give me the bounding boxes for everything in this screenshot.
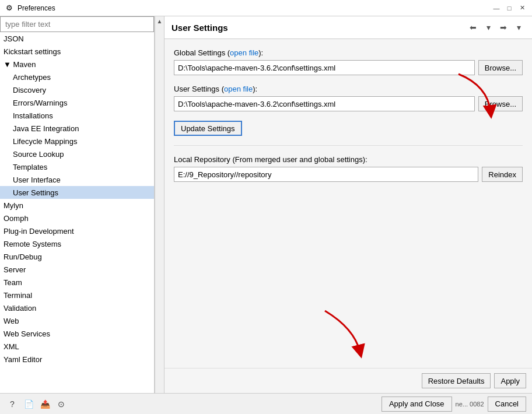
tree-item-maven[interactable]: ▼ Maven bbox=[0, 58, 154, 71]
tree-item-discovery[interactable]: Discovery bbox=[0, 83, 154, 96]
tree-item-mylyn[interactable]: Mylyn bbox=[0, 199, 154, 212]
panel-header: User Settings ⬅ ▾ ➡ ▾ bbox=[164, 16, 532, 39]
tree-item-templates[interactable]: Templates bbox=[0, 160, 154, 173]
scrollbar: ▲ bbox=[155, 16, 164, 393]
restore-defaults-button[interactable]: Restore Defaults bbox=[422, 373, 491, 388]
tree-area: JSON Kickstart settings▼ MavenArchetypes… bbox=[0, 32, 154, 393]
cancel-button[interactable]: Cancel bbox=[488, 397, 526, 412]
local-repo-group: Local Repository (From merged user and g… bbox=[174, 155, 523, 182]
tree-item-run-debug[interactable]: Run/Debug bbox=[0, 250, 154, 263]
update-settings-button[interactable]: Update Settings bbox=[174, 121, 242, 136]
panel-content: Global Settings (open file): Browse... U… bbox=[164, 39, 532, 201]
help-icon-button[interactable]: ? bbox=[6, 398, 19, 411]
close-button[interactable]: ✕ bbox=[517, 3, 527, 13]
update-settings-wrapper: Update Settings bbox=[174, 121, 523, 136]
tree-item-remote-systems[interactable]: Remote Systems bbox=[0, 237, 154, 250]
forward-button[interactable]: ➡ bbox=[497, 21, 510, 34]
title-bar: ⚙ Preferences — □ ✕ bbox=[0, 0, 532, 16]
user-settings-group: User Settings (open file): Browse... bbox=[174, 85, 523, 111]
forward-dropdown-button[interactable]: ▾ bbox=[512, 21, 525, 34]
user-settings-input[interactable] bbox=[174, 96, 475, 111]
tree-item-terminal[interactable]: Terminal bbox=[0, 289, 154, 301]
window-controls: — □ ✕ bbox=[491, 3, 527, 13]
tree-item-validation[interactable]: Validation bbox=[0, 301, 154, 314]
user-settings-prefix: User Settings ( bbox=[174, 85, 224, 93]
local-repo-input[interactable] bbox=[174, 167, 478, 182]
tree-item-user-interface[interactable]: User Interface bbox=[0, 173, 154, 186]
tree-item-oomph[interactable]: Oomph bbox=[0, 212, 154, 224]
window-title: Preferences bbox=[18, 4, 491, 12]
tree-item-team[interactable]: Team bbox=[0, 276, 154, 289]
tree-item-errors-warnings[interactable]: Errors/Warnings bbox=[0, 96, 154, 109]
separator bbox=[174, 145, 523, 146]
tree-item-source-lookup[interactable]: Source Lookup bbox=[0, 148, 154, 160]
global-settings-row: Browse... bbox=[174, 60, 523, 75]
annotation-arrow-2 bbox=[313, 305, 372, 363]
tree-item-plug-in-development[interactable]: Plug-in Development bbox=[0, 224, 154, 237]
panel-title: User Settings bbox=[172, 23, 228, 33]
tree-item-xml[interactable]: XML bbox=[0, 340, 154, 353]
preferences-icon: ⚙ bbox=[5, 3, 14, 13]
apply-button[interactable]: Apply bbox=[494, 373, 526, 388]
global-settings-prefix: Global Settings ( bbox=[174, 48, 230, 57]
tree-item-json[interactable]: JSON bbox=[0, 32, 154, 45]
panel-action-row: Restore Defaults Apply bbox=[164, 368, 532, 393]
left-panel-wrapper: JSON Kickstart settings▼ MavenArchetypes… bbox=[0, 16, 164, 393]
tree-item-lifecycle-mappings[interactable]: Lifecycle Mappings bbox=[0, 135, 154, 148]
maximize-button[interactable]: □ bbox=[504, 3, 514, 13]
tree-item-server[interactable]: Server bbox=[0, 263, 154, 276]
filter-input[interactable] bbox=[0, 16, 154, 32]
tree-item-installations[interactable]: Installations bbox=[0, 109, 154, 122]
reindex-button[interactable]: Reindex bbox=[482, 167, 523, 182]
local-repo-label: Local Repository (From merged user and g… bbox=[174, 155, 523, 164]
user-settings-link[interactable]: open file bbox=[224, 85, 253, 93]
apply-and-close-button[interactable]: Apply and Close bbox=[382, 397, 452, 412]
user-settings-row: Browse... bbox=[174, 96, 523, 111]
panel-toolbar: ⬅ ▾ ➡ ▾ bbox=[467, 21, 525, 34]
scroll-up-button[interactable]: ▲ bbox=[155, 16, 164, 26]
tree-item-user-settings[interactable]: User Settings bbox=[0, 186, 154, 199]
status-text: ne... 0082 bbox=[456, 401, 484, 408]
bottom-right-actions: Apply and Close ne... 0082 Cancel bbox=[382, 397, 526, 412]
doc-icon-button[interactable]: 📄 bbox=[22, 398, 35, 411]
bottom-left-actions: ? 📄 📤 ⊙ bbox=[6, 398, 68, 411]
back-dropdown-button[interactable]: ▾ bbox=[482, 21, 495, 34]
back-button[interactable]: ⬅ bbox=[467, 21, 480, 34]
tree-item-web[interactable]: Web bbox=[0, 314, 154, 327]
tree-item-java-ee-integration[interactable]: Java EE Integration bbox=[0, 122, 154, 135]
global-settings-link[interactable]: open file bbox=[230, 48, 258, 57]
tree-item-web-services[interactable]: Web Services bbox=[0, 327, 154, 340]
minimize-button[interactable]: — bbox=[491, 3, 502, 13]
tree-item-yaml-editor[interactable]: Yaml Editor bbox=[0, 353, 154, 366]
left-panel: JSON Kickstart settings▼ MavenArchetypes… bbox=[0, 16, 155, 393]
user-settings-label: User Settings (open file): bbox=[174, 85, 523, 93]
tree-item-archetypes[interactable]: Archetypes bbox=[0, 71, 154, 83]
global-settings-group: Global Settings (open file): Browse... bbox=[174, 48, 523, 75]
circle-icon-button[interactable]: ⊙ bbox=[55, 398, 68, 411]
global-settings-label: Global Settings (open file): bbox=[174, 48, 523, 57]
user-settings-suffix: ): bbox=[253, 85, 257, 93]
export-icon-button[interactable]: 📤 bbox=[38, 398, 51, 411]
global-settings-suffix: ): bbox=[258, 48, 263, 57]
global-browse-button[interactable]: Browse... bbox=[478, 60, 523, 75]
user-browse-button[interactable]: Browse... bbox=[478, 96, 523, 111]
tree-item-kickstart-settings[interactable]: Kickstart settings bbox=[0, 45, 154, 58]
local-repo-row: Reindex bbox=[174, 167, 523, 182]
global-settings-input[interactable] bbox=[174, 60, 475, 75]
panel-content-wrapper: Global Settings (open file): Browse... U… bbox=[164, 39, 532, 393]
bottom-bar: ? 📄 📤 ⊙ Apply and Close ne... 0082 Cance… bbox=[0, 393, 532, 414]
right-panel: User Settings ⬅ ▾ ➡ ▾ Global Settings (o… bbox=[164, 16, 532, 393]
main-content: JSON Kickstart settings▼ MavenArchetypes… bbox=[0, 16, 532, 393]
